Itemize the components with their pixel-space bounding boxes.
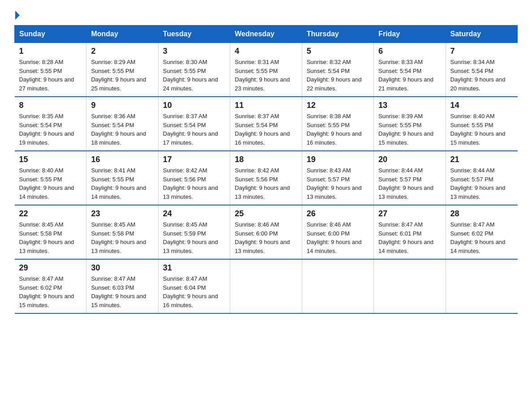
day-number: 4 (235, 47, 297, 56)
day-number: 29 (19, 263, 82, 273)
day-number: 24 (163, 209, 225, 218)
day-number: 7 (450, 47, 513, 56)
day-info: Sunrise: 8:40 AMSunset: 5:55 PMDaylight:… (450, 112, 513, 147)
day-number: 8 (19, 101, 82, 110)
calendar-week-row: 15 Sunrise: 8:40 AMSunset: 5:55 PMDaylig… (15, 151, 518, 205)
calendar-week-row: 22 Sunrise: 8:45 AMSunset: 5:58 PMDaylig… (15, 205, 518, 259)
day-number: 17 (163, 155, 225, 164)
day-info: Sunrise: 8:45 AMSunset: 5:58 PMDaylight:… (19, 220, 82, 255)
calendar-cell (230, 259, 302, 313)
day-number: 5 (307, 47, 369, 56)
calendar-cell: 14 Sunrise: 8:40 AMSunset: 5:55 PMDaylig… (446, 97, 517, 151)
weekday-header-wednesday: Wednesday (230, 26, 302, 43)
day-number: 28 (450, 209, 513, 218)
day-number: 15 (19, 155, 82, 164)
day-info: Sunrise: 8:46 AMSunset: 6:00 PMDaylight:… (307, 220, 369, 255)
day-info: Sunrise: 8:30 AMSunset: 5:55 PMDaylight:… (163, 58, 225, 93)
day-number: 3 (163, 47, 225, 56)
day-info: Sunrise: 8:29 AMSunset: 5:55 PMDaylight:… (91, 58, 153, 93)
day-number: 21 (450, 155, 513, 164)
day-number: 20 (378, 155, 441, 164)
calendar-cell: 18 Sunrise: 8:42 AMSunset: 5:56 PMDaylig… (230, 151, 302, 205)
calendar-cell: 31 Sunrise: 8:47 AMSunset: 6:04 PMDaylig… (158, 259, 230, 313)
calendar-table: SundayMondayTuesdayWednesdayThursdayFrid… (14, 25, 518, 314)
day-info: Sunrise: 8:45 AMSunset: 5:58 PMDaylight:… (91, 220, 153, 255)
day-info: Sunrise: 8:47 AMSunset: 6:02 PMDaylight:… (19, 274, 82, 309)
day-number: 19 (307, 155, 369, 164)
day-number: 14 (450, 101, 513, 110)
weekday-header-row: SundayMondayTuesdayWednesdayThursdayFrid… (15, 26, 518, 43)
day-info: Sunrise: 8:45 AMSunset: 5:59 PMDaylight:… (163, 220, 225, 255)
day-info: Sunrise: 8:31 AMSunset: 5:55 PMDaylight:… (235, 58, 297, 93)
calendar-cell (302, 259, 373, 313)
day-info: Sunrise: 8:46 AMSunset: 6:00 PMDaylight:… (235, 220, 297, 255)
day-info: Sunrise: 8:34 AMSunset: 5:54 PMDaylight:… (450, 58, 513, 93)
calendar-cell: 3 Sunrise: 8:30 AMSunset: 5:55 PMDayligh… (158, 43, 230, 97)
day-info: Sunrise: 8:39 AMSunset: 5:55 PMDaylight:… (378, 112, 441, 147)
calendar-cell: 5 Sunrise: 8:32 AMSunset: 5:54 PMDayligh… (302, 43, 373, 97)
day-info: Sunrise: 8:47 AMSunset: 6:03 PMDaylight:… (91, 274, 153, 309)
day-info: Sunrise: 8:33 AMSunset: 5:54 PMDaylight:… (378, 58, 441, 93)
day-number: 26 (307, 209, 369, 218)
calendar-week-row: 1 Sunrise: 8:28 AMSunset: 5:55 PMDayligh… (15, 43, 518, 97)
calendar-cell: 24 Sunrise: 8:45 AMSunset: 5:59 PMDaylig… (158, 205, 230, 259)
calendar-cell: 10 Sunrise: 8:37 AMSunset: 5:54 PMDaylig… (158, 97, 230, 151)
calendar-week-row: 29 Sunrise: 8:47 AMSunset: 6:02 PMDaylig… (15, 259, 518, 313)
calendar-cell: 4 Sunrise: 8:31 AMSunset: 5:55 PMDayligh… (230, 43, 302, 97)
weekday-header-saturday: Saturday (446, 26, 517, 43)
weekday-header-friday: Friday (374, 26, 446, 43)
calendar-cell: 23 Sunrise: 8:45 AMSunset: 5:58 PMDaylig… (86, 205, 158, 259)
day-info: Sunrise: 8:37 AMSunset: 5:54 PMDaylight:… (235, 112, 297, 147)
day-info: Sunrise: 8:44 AMSunset: 5:57 PMDaylight:… (378, 166, 441, 201)
calendar-cell: 15 Sunrise: 8:40 AMSunset: 5:55 PMDaylig… (15, 151, 86, 205)
calendar-cell: 1 Sunrise: 8:28 AMSunset: 5:55 PMDayligh… (15, 43, 86, 97)
day-number: 16 (91, 155, 153, 164)
day-info: Sunrise: 8:43 AMSunset: 5:57 PMDaylight:… (307, 166, 369, 201)
calendar-cell: 25 Sunrise: 8:46 AMSunset: 6:00 PMDaylig… (230, 205, 302, 259)
calendar-cell: 12 Sunrise: 8:38 AMSunset: 5:55 PMDaylig… (302, 97, 373, 151)
day-number: 27 (378, 209, 441, 218)
day-number: 13 (378, 101, 441, 110)
day-number: 10 (163, 101, 225, 110)
calendar-cell (446, 259, 517, 313)
weekday-header-monday: Monday (86, 26, 158, 43)
day-number: 23 (91, 209, 153, 218)
day-number: 25 (235, 209, 297, 218)
calendar-cell: 26 Sunrise: 8:46 AMSunset: 6:00 PMDaylig… (302, 205, 373, 259)
calendar-cell: 30 Sunrise: 8:47 AMSunset: 6:03 PMDaylig… (86, 259, 158, 313)
calendar-cell: 20 Sunrise: 8:44 AMSunset: 5:57 PMDaylig… (374, 151, 446, 205)
weekday-header-thursday: Thursday (302, 26, 373, 43)
day-info: Sunrise: 8:36 AMSunset: 5:54 PMDaylight:… (91, 112, 153, 147)
weekday-header-sunday: Sunday (15, 26, 86, 43)
weekday-header-tuesday: Tuesday (158, 26, 230, 43)
logo-text (14, 11, 20, 20)
day-info: Sunrise: 8:40 AMSunset: 5:55 PMDaylight:… (19, 166, 82, 201)
day-number: 11 (235, 101, 297, 110)
day-info: Sunrise: 8:47 AMSunset: 6:02 PMDaylight:… (450, 220, 513, 255)
calendar-cell: 2 Sunrise: 8:29 AMSunset: 5:55 PMDayligh… (86, 43, 158, 97)
calendar-cell: 7 Sunrise: 8:34 AMSunset: 5:54 PMDayligh… (446, 43, 517, 97)
day-info: Sunrise: 8:41 AMSunset: 5:55 PMDaylight:… (91, 166, 153, 201)
day-number: 6 (378, 47, 441, 56)
calendar-cell: 13 Sunrise: 8:39 AMSunset: 5:55 PMDaylig… (374, 97, 446, 151)
day-number: 18 (235, 155, 297, 164)
day-info: Sunrise: 8:42 AMSunset: 5:56 PMDaylight:… (235, 166, 297, 201)
calendar-cell: 9 Sunrise: 8:36 AMSunset: 5:54 PMDayligh… (86, 97, 158, 151)
day-info: Sunrise: 8:42 AMSunset: 5:56 PMDaylight:… (163, 166, 225, 201)
calendar-cell (374, 259, 446, 313)
day-number: 31 (163, 263, 225, 273)
calendar-cell: 29 Sunrise: 8:47 AMSunset: 6:02 PMDaylig… (15, 259, 86, 313)
day-info: Sunrise: 8:47 AMSunset: 6:01 PMDaylight:… (378, 220, 441, 255)
day-info: Sunrise: 8:47 AMSunset: 6:04 PMDaylight:… (163, 274, 225, 309)
calendar-cell: 21 Sunrise: 8:44 AMSunset: 5:57 PMDaylig… (446, 151, 517, 205)
calendar-cell: 22 Sunrise: 8:45 AMSunset: 5:58 PMDaylig… (15, 205, 86, 259)
day-number: 12 (307, 101, 369, 110)
day-info: Sunrise: 8:35 AMSunset: 5:54 PMDaylight:… (19, 112, 82, 147)
day-info: Sunrise: 8:44 AMSunset: 5:57 PMDaylight:… (450, 166, 513, 201)
calendar-week-row: 8 Sunrise: 8:35 AMSunset: 5:54 PMDayligh… (15, 97, 518, 151)
calendar-cell: 28 Sunrise: 8:47 AMSunset: 6:02 PMDaylig… (446, 205, 517, 259)
calendar-cell: 8 Sunrise: 8:35 AMSunset: 5:54 PMDayligh… (15, 97, 86, 151)
calendar-cell: 6 Sunrise: 8:33 AMSunset: 5:54 PMDayligh… (374, 43, 446, 97)
logo-triangle-icon (15, 11, 20, 20)
day-number: 1 (19, 47, 82, 56)
